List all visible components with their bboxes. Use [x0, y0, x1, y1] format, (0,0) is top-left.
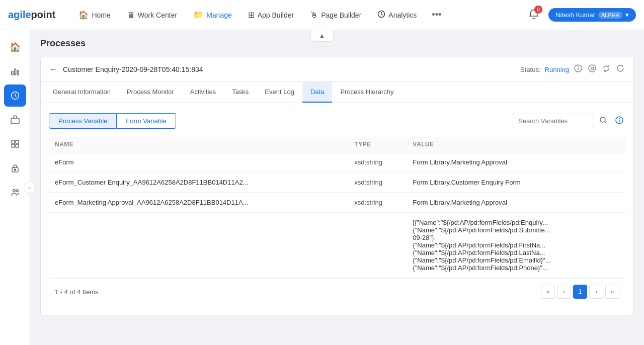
logo-text: agilepoint	[8, 9, 55, 21]
table-row: eForm_Marketing Approval_AA9612A6258A2D8…	[49, 193, 625, 213]
sidebar-item-grid[interactable]	[4, 133, 26, 155]
nav-more-button[interactable]: •••	[426, 6, 447, 24]
svg-rect-7	[16, 140, 19, 143]
svg-rect-5	[11, 118, 19, 124]
col-type: TYPE	[348, 137, 407, 152]
cell-name-0: eForm	[49, 152, 348, 172]
chevron-down-icon: ▾	[625, 11, 629, 19]
search-button[interactable]	[597, 114, 609, 128]
pagination-last-button[interactable]: »	[605, 285, 619, 299]
pagination-controls: « ‹ 1 › »	[541, 285, 619, 299]
sidebar-item-processes[interactable]	[4, 84, 26, 107]
info-icon[interactable]	[573, 63, 583, 75]
sidebar-item-people[interactable]	[4, 181, 26, 203]
tab-tasks[interactable]: Tasks	[224, 82, 257, 103]
breadcrumb-bar: ← Customer Enquiry-2020-09-28T05:40:15:8…	[41, 57, 633, 82]
sidebar-item-home[interactable]: 🏠	[4, 36, 26, 58]
process-name: Customer Enquiry-2020-09-28T05:40:15:834	[63, 65, 520, 73]
reload-icon[interactable]	[615, 63, 625, 75]
variable-type-tabs: Process Variable Form Variable	[49, 113, 176, 129]
pagination-info: 1 - 4 of 4 Items	[55, 288, 99, 296]
tab-activities[interactable]: Activities	[182, 82, 224, 103]
svg-rect-9	[16, 144, 19, 147]
cell-value-3: [{"Name":"${/pd:AP/pd:formFields/pd:Enqu…	[407, 213, 625, 278]
cell-name-1: eForm_Customer Enquiry_AA9612A6258A2D8F1…	[49, 172, 348, 193]
top-navigation: agilepoint 🏠 Home 🖥 Work Center 📁 Manage…	[0, 0, 644, 30]
workcenter-icon: 🖥	[127, 11, 135, 20]
table-row: eForm xsd:string Form Library,Marketing …	[49, 152, 625, 172]
refresh-arrows-icon[interactable]	[601, 63, 611, 75]
collapse-nav-button[interactable]: ▲	[310, 30, 334, 42]
tab-monitor[interactable]: Process Monitor	[119, 82, 182, 103]
notification-badge: 0	[534, 6, 542, 14]
page-title: Processes	[40, 38, 634, 49]
pagination-first-button[interactable]: «	[541, 285, 555, 299]
cell-value-0: Form Library,Marketing Approval	[407, 152, 625, 172]
sidebar-item-briefcase[interactable]	[4, 109, 26, 131]
svg-rect-2	[14, 69, 16, 75]
analytics-icon	[377, 10, 385, 20]
stop-icon[interactable]	[587, 63, 597, 75]
info-circle-button[interactable]	[613, 114, 625, 128]
cell-name-3	[49, 213, 348, 278]
manage-icon: 📁	[193, 10, 203, 20]
svg-rect-3	[17, 70, 19, 75]
nav-items: 🏠 Home 🖥 Work Center 📁 Manage ⊞ App Buil…	[71, 6, 525, 24]
user-menu-button[interactable]: Nitesh Kumar ALPHA ▾	[548, 8, 636, 22]
svg-point-12	[13, 190, 15, 192]
cell-type-1: xsd:string	[348, 172, 407, 193]
logo: agilepoint	[8, 9, 55, 21]
sidebar-item-chart[interactable]	[4, 60, 26, 82]
col-value: VALUE	[407, 137, 625, 152]
variable-tabs-row: Process Variable Form Variable	[49, 113, 625, 129]
svg-rect-6	[12, 140, 15, 143]
table-header-row: NAME TYPE VALUE	[49, 137, 625, 152]
var-tab-process[interactable]: Process Variable	[49, 113, 117, 129]
nav-manage[interactable]: 📁 Manage	[186, 6, 239, 24]
appbuilder-icon: ⊞	[248, 10, 255, 20]
notifications-button[interactable]: 0	[525, 6, 542, 24]
status-area: Status: Running	[520, 63, 625, 75]
back-button[interactable]: ←	[49, 64, 58, 75]
tab-general[interactable]: General Information	[45, 82, 119, 103]
svg-point-23	[619, 118, 620, 119]
user-alpha-badge: ALPHA	[598, 12, 622, 19]
nav-workcenter[interactable]: 🖥 Work Center	[120, 7, 184, 24]
cell-value-1: Form Library,Customer Enquiry Form	[407, 172, 625, 193]
tab-data[interactable]: Data	[302, 82, 332, 103]
tab-hierarchy[interactable]: Process Hierarchy	[332, 82, 401, 103]
nav-pagebuilder[interactable]: 🖱 Page Builder	[303, 7, 368, 24]
sidebar-item-lock[interactable]	[4, 157, 26, 179]
table-row: [{"Name":"${/pd:AP/pd:formFields/pd:Enqu…	[49, 213, 625, 278]
nav-home[interactable]: 🏠 Home	[71, 6, 117, 24]
cell-type-3	[348, 213, 407, 278]
left-sidebar: 🏠	[0, 30, 30, 345]
svg-rect-18	[591, 67, 594, 70]
pagination-next-button[interactable]: ›	[589, 285, 603, 299]
svg-point-17	[589, 65, 596, 72]
nav-right: 0 Nitesh Kumar ALPHA ▾	[525, 6, 636, 24]
svg-line-20	[605, 121, 607, 123]
cell-type-2: xsd:string	[348, 193, 407, 213]
nav-analytics[interactable]: Analytics	[370, 6, 424, 24]
tab-eventlog[interactable]: Event Log	[257, 82, 302, 103]
pagination-prev-button[interactable]: ‹	[557, 285, 571, 299]
svg-point-16	[578, 67, 579, 67]
status-value[interactable]: Running	[545, 66, 569, 73]
nav-appbuilder[interactable]: ⊞ App Builder	[241, 6, 301, 24]
variables-table-wrapper: NAME TYPE VALUE eForm xsd:string Form Li…	[49, 137, 625, 278]
var-tab-form[interactable]: Form Variable	[117, 113, 176, 129]
search-area	[513, 114, 625, 128]
svg-point-11	[14, 169, 16, 170]
pagination-page-1[interactable]: 1	[573, 285, 587, 299]
search-input[interactable]	[513, 114, 593, 128]
pagebuilder-icon: 🖱	[310, 11, 318, 20]
user-name: Nitesh Kumar	[555, 11, 595, 19]
sidebar-expand-button[interactable]: ›	[24, 182, 36, 194]
table-row: eForm_Customer Enquiry_AA9612A6258A2D8F1…	[49, 172, 625, 193]
svg-rect-1	[12, 71, 13, 75]
col-name: NAME	[49, 137, 348, 152]
tabs-bar: General Information Process Monitor Acti…	[41, 82, 633, 103]
pagination-bar: 1 - 4 of 4 Items « ‹ 1 › »	[49, 278, 625, 305]
svg-point-13	[16, 190, 18, 192]
